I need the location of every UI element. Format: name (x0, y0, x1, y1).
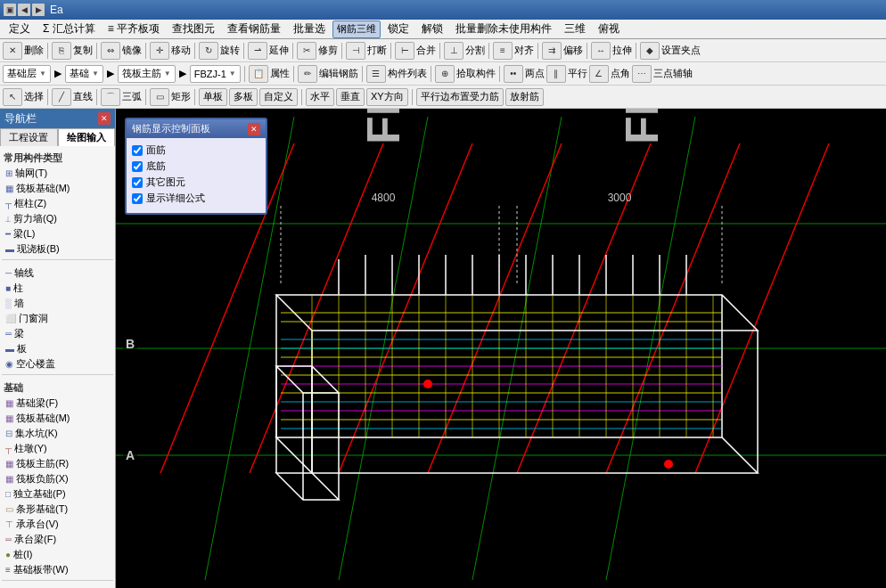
sidebar-axis[interactable]: ─ 轴线 (2, 265, 113, 281)
sidebar-item-grid[interactable]: ⊞ 轴网(T) (2, 166, 113, 181)
angle-point-icon[interactable]: ∠ (589, 65, 609, 83)
menu-align[interactable]: ≡ 平齐板项 (103, 20, 165, 38)
sidebar-sump[interactable]: ⊟ 集水坑(K) (2, 426, 113, 441)
horizontal-btn[interactable]: 水平 (306, 88, 334, 106)
sidebar-opening[interactable]: ⬜ 门窗洞 (2, 311, 113, 326)
merge-icon[interactable]: ⊢ (395, 42, 414, 60)
category-dropdown[interactable]: 基础 (65, 65, 103, 83)
title-icon-3[interactable]: ▶ (32, 4, 45, 16)
sidebar-found-beam[interactable]: ▦ 基础梁(F) (2, 396, 113, 411)
vertical-btn[interactable]: 垂直 (336, 88, 365, 106)
edit-rebar-icon[interactable]: ✏ (298, 65, 317, 83)
sidebar-item-slab[interactable]: ▬ 现浇板(B) (2, 241, 113, 257)
stretch-icon[interactable]: ↔ (591, 42, 611, 60)
tab-project-settings[interactable]: 工程设置 (0, 128, 58, 146)
sidebar-item-raft[interactable]: ▦ 筏板基础(M) (2, 181, 113, 196)
delete-btn[interactable]: ✕ (3, 42, 22, 60)
cad-canvas[interactable]: 4800 3000 FBZJ-1⌀12@200 FBZJ-1⌀12@200 A … (116, 109, 886, 588)
split-icon[interactable]: ⊥ (444, 42, 464, 60)
strip-icon: ▭ (5, 504, 13, 514)
svg-point-70 (664, 460, 673, 469)
three-point-icon[interactable]: ⋯ (632, 65, 652, 83)
arc-icon[interactable]: ⌒ (101, 88, 120, 106)
rotate-icon[interactable]: ↻ (199, 42, 218, 60)
raft-icon: ▦ (5, 184, 13, 193)
cb-formula[interactable] (132, 193, 143, 204)
component-dropdown[interactable]: FBZJ-1 (190, 65, 241, 83)
break-icon[interactable]: ⊣ (346, 42, 365, 60)
mirror-icon[interactable]: ⇔ (101, 42, 120, 60)
title-icon-2[interactable]: ◀ (18, 4, 30, 16)
menu-sum[interactable]: Σ 汇总计算 (37, 20, 101, 38)
line-icon[interactable]: ╱ (52, 88, 71, 106)
sidebar-found-band[interactable]: ≡ 基础板带(W) (2, 562, 113, 577)
props-icon[interactable]: 📋 (249, 65, 268, 83)
menu-batch-del[interactable]: 批量删除未使用构件 (450, 20, 557, 38)
cb-topbar[interactable] (132, 145, 143, 156)
menu-lock[interactable]: 锁定 (382, 20, 414, 38)
custom-btn[interactable]: 自定义 (259, 88, 298, 106)
radial-btn[interactable]: 放射筋 (505, 88, 544, 106)
move-icon[interactable]: ✛ (150, 42, 169, 60)
menu-view-rebar[interactable]: 查看钢筋量 (222, 20, 286, 38)
parallel-icon[interactable]: ∥ (546, 65, 566, 83)
single-board-btn[interactable]: 单板 (199, 88, 227, 106)
set-grip-icon[interactable]: ◆ (640, 42, 660, 60)
title-icon-1[interactable]: ▣ (4, 4, 16, 16)
wall-label: 墙 (14, 297, 24, 310)
menu-find[interactable]: 查找图元 (167, 20, 220, 38)
menu-unlock[interactable]: 解锁 (416, 20, 448, 38)
tab-drawing-input[interactable]: 绘图输入 (58, 128, 116, 146)
board-label: 板 (17, 342, 27, 355)
layer-dropdown[interactable]: 基础层 (3, 65, 51, 83)
menu-define[interactable]: 定义 (4, 20, 36, 38)
sidebar-board[interactable]: ▬ 板 (2, 341, 113, 356)
extend-icon[interactable]: ⇀ (248, 42, 267, 60)
cap-beam-icon: ═ (5, 535, 12, 544)
svg-marker-14 (276, 295, 758, 331)
control-panel-close[interactable]: ✕ (248, 123, 260, 135)
cursor-icon[interactable]: ↖ (3, 88, 22, 106)
offset-icon[interactable]: ⇉ (542, 42, 562, 60)
sidebar-raft-bot[interactable]: ▦ 筏板负筋(X) (2, 471, 113, 486)
menu-3d[interactable]: 三维 (559, 20, 591, 38)
multi-board-btn[interactable]: 多板 (229, 88, 258, 106)
mirror-label: 镜像 (122, 44, 142, 57)
sidebar-isolated[interactable]: □ 独立基础(P) (2, 486, 113, 502)
sep-t2e (499, 66, 500, 82)
cp-row-botbar: 底筋 (132, 159, 260, 173)
rect-icon[interactable]: ▭ (150, 88, 169, 106)
sidebar-strip[interactable]: ▭ 条形基础(T) (2, 502, 113, 517)
divider2 (2, 374, 113, 378)
comp-list-icon[interactable]: ☰ (366, 65, 386, 83)
two-point-icon[interactable]: •• (504, 65, 523, 83)
sidebar-item-col[interactable]: ┬ 框柱(Z) (2, 196, 113, 211)
sidebar-item-beam[interactable]: ━ 梁(L) (2, 226, 113, 241)
xy-direction-btn[interactable]: XY方向 (366, 88, 408, 106)
parallel-layout-btn[interactable]: 平行边布置受力筋 (416, 88, 504, 106)
pick-comp-icon[interactable]: ⊕ (435, 65, 455, 83)
sidebar-stump[interactable]: ┬ 柱墩(Y) (2, 441, 113, 456)
sidebar-item-shearwall[interactable]: ⟂ 剪力墙(Q) (2, 211, 113, 226)
cb-botbar[interactable] (132, 161, 143, 172)
sidebar-wall[interactable]: ░ 墙 (2, 296, 113, 311)
menu-batch[interactable]: 批量选 (288, 20, 331, 38)
sidebar-cap-beam[interactable]: ═ 承台梁(F) (2, 532, 113, 547)
sep1 (47, 43, 48, 59)
sidebar-hollow[interactable]: ◉ 空心楼盖 (2, 356, 113, 372)
sidebar-raft-top[interactable]: ▦ 筏板主筋(R) (2, 456, 113, 471)
sidebar-pile[interactable]: ● 桩(I) (2, 547, 113, 562)
align-icon[interactable]: ≡ (493, 42, 513, 60)
sidebar-beam2[interactable]: ═ 梁 (2, 326, 113, 341)
menu-rebar-3d[interactable]: 钢筋三维 (332, 20, 381, 38)
sidebar-column[interactable]: ■ 柱 (2, 281, 113, 296)
nav-close-btn[interactable]: ✕ (98, 112, 111, 125)
cb-other[interactable] (132, 177, 143, 188)
menu-top[interactable]: 俯视 (593, 20, 625, 38)
sidebar-raft-found[interactable]: ▦ 筏板基础(M) (2, 411, 113, 426)
type-dropdown[interactable]: 筏板主筋 (118, 65, 176, 83)
copy-icon[interactable]: ⎘ (52, 42, 71, 60)
sidebar-cap[interactable]: ⊤ 承承台(V) (2, 517, 113, 532)
toolbar-row-2: 基础层 ▶ 基础 ▶ 筏板主筋 ▶ FBZJ-1 📋 属性 ✏ 编辑钢筋 ☰ 构… (0, 62, 886, 86)
trim-icon[interactable]: ✂ (297, 42, 316, 60)
